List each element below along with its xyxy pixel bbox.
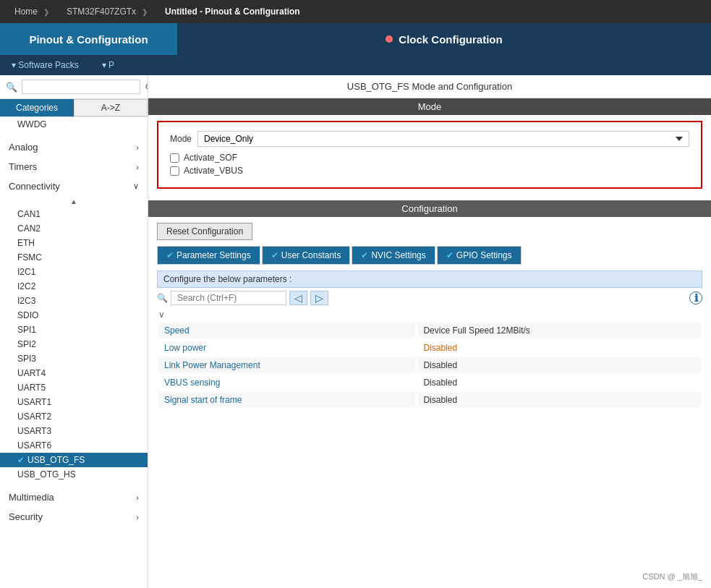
chevron-right-icon: › (136, 143, 139, 152)
sidebar-item-usb-otg-fs[interactable]: ✔ USB_OTG_FS (0, 453, 148, 467)
sidebar-item-eth[interactable]: ETH (0, 236, 148, 250)
main-layout: 🔍 ⚙ Categories A->Z WWDG Analog › Timers… (0, 75, 711, 588)
activate-vbus-row: Activate_VBUS (170, 166, 689, 176)
sub-tab-p[interactable]: ▾ P (90, 55, 126, 75)
params-nav-prev[interactable]: ◁ (289, 291, 307, 305)
reset-config-button[interactable]: Reset Configuration (157, 223, 252, 240)
usb-title: USB_OTG_FS Mode and Configuration (148, 75, 711, 98)
sidebar-search-row: 🔍 ⚙ (0, 75, 148, 99)
param-name-speed: Speed (158, 323, 416, 338)
params-table: Speed Device Full Speed 12MBit/s Low pow… (157, 321, 702, 409)
sidebar-item-uart4[interactable]: UART4 (0, 366, 148, 380)
table-row: Low power Disabled (158, 340, 701, 356)
param-value-link-power: Disabled (417, 357, 701, 373)
breadcrumb-current[interactable]: Untitled - Pinout & Configuration (156, 4, 309, 20)
sidebar-category-connectivity[interactable]: Connectivity ∨ (0, 176, 148, 196)
param-value-low-power: Disabled (417, 340, 701, 356)
params-collapse-chevron[interactable]: ∨ (157, 308, 702, 321)
main-tab-bar: Pinout & Configuration Clock Configurati… (0, 23, 711, 55)
param-name-link-power: Link Power Management (158, 357, 416, 373)
sidebar-item-i2c1[interactable]: I2C1 (0, 265, 148, 279)
param-name-low-power: Low power (158, 340, 416, 356)
params-search-input[interactable] (171, 291, 286, 305)
param-value-speed: Device Full Speed 12MBit/s (417, 323, 701, 338)
param-value-signal-sof: Disabled (417, 392, 701, 408)
sidebar-item-usart1[interactable]: USART1 (0, 395, 148, 409)
activate-vbus-label: Activate_VBUS (184, 166, 243, 176)
sidebar-tab-az[interactable]: A->Z (74, 99, 148, 116)
activate-sof-checkbox[interactable] (170, 153, 179, 163)
sub-tab-software-packs[interactable]: ▾ Software Packs (0, 55, 90, 75)
config-section-header: Configuration (148, 200, 711, 217)
sidebar-item-sdio[interactable]: SDIO (0, 308, 148, 323)
chevron-down-icon: ∨ (133, 182, 139, 191)
info-icon[interactable]: ℹ (689, 291, 702, 304)
tab-nvic-settings[interactable]: ✔ NVIC Settings (352, 246, 435, 265)
params-nav-next[interactable]: ▷ (310, 291, 328, 305)
sidebar-category-timers[interactable]: Timers › (0, 157, 148, 176)
search-icon: 🔍 (6, 82, 17, 93)
activate-sof-label: Activate_SOF (184, 153, 237, 163)
table-row: Link Power Management Disabled (158, 357, 701, 373)
breadcrumb-home[interactable]: Home (6, 4, 58, 20)
tab-user-constants[interactable]: ✔ User Constants (262, 246, 351, 265)
chevron-right-icon: › (136, 513, 139, 521)
tab-parameter-settings[interactable]: ✔ Parameter Settings (157, 246, 260, 265)
sidebar-item-uart5[interactable]: UART5 (0, 380, 148, 395)
param-name-vbus-sensing: VBUS sensing (158, 375, 416, 391)
sidebar-item-usart2[interactable]: USART2 (0, 409, 148, 424)
content-area: USB_OTG_FS Mode and Configuration Mode M… (148, 75, 711, 588)
tab-gpio-settings[interactable]: ✔ GPIO Settings (437, 246, 521, 265)
config-section: Configuration Reset Configuration ✔ Para… (148, 200, 711, 415)
chevron-right-icon: › (136, 493, 139, 502)
sidebar-tab-row: Categories A->Z (0, 99, 148, 117)
sidebar-tab-categories[interactable]: Categories (0, 99, 74, 116)
mode-select[interactable]: Device_Only Host_Only DRD (197, 131, 689, 147)
table-row: Speed Device Full Speed 12MBit/s (158, 323, 701, 338)
params-header: Configure the below parameters : (157, 270, 702, 288)
table-row: VBUS sensing Disabled (158, 375, 701, 391)
search-icon: 🔍 (157, 293, 168, 303)
sidebar-item-usart3[interactable]: USART3 (0, 424, 148, 438)
param-tabs-row: ✔ Parameter Settings ✔ User Constants ✔ … (157, 246, 702, 265)
mode-section: Mode Device_Only Host_Only DRD Activate_… (157, 121, 702, 189)
params-search-row: 🔍 ◁ ▷ ℹ (157, 288, 702, 308)
check-circle-icon: ✔ (271, 250, 278, 260)
sidebar-item-can2[interactable]: CAN2 (0, 221, 148, 236)
sidebar: 🔍 ⚙ Categories A->Z WWDG Analog › Timers… (0, 75, 148, 588)
mode-label: Mode (170, 134, 192, 144)
sidebar-item-wwdg[interactable]: WWDG (0, 117, 148, 132)
tab-pinout[interactable]: Pinout & Configuration (0, 23, 177, 55)
sub-tab-bar: ▾ Software Packs ▾ P (0, 55, 711, 75)
sidebar-category-analog[interactable]: Analog › (0, 137, 148, 157)
sidebar-category-security[interactable]: Security › (0, 507, 148, 527)
check-circle-icon: ✔ (166, 250, 174, 260)
check-icon: ✔ (17, 455, 25, 465)
check-circle-icon: ✔ (446, 250, 454, 260)
scroll-up-arrow[interactable]: ▲ (0, 196, 148, 207)
param-value-vbus-sensing: Disabled (417, 375, 701, 391)
search-input[interactable] (22, 80, 140, 94)
sidebar-item-usb-otg-hs[interactable]: USB_OTG_HS (0, 467, 148, 482)
sidebar-item-spi3[interactable]: SPI3 (0, 351, 148, 366)
mode-row: Mode Device_Only Host_Only DRD (170, 131, 689, 147)
sidebar-item-usart6[interactable]: USART6 (0, 438, 148, 453)
param-name-signal-sof: Signal start of frame (158, 392, 416, 408)
mode-section-header: Mode (148, 98, 711, 115)
tab-clock[interactable]: Clock Configuration (177, 23, 711, 55)
sidebar-item-can1[interactable]: CAN1 (0, 207, 148, 221)
config-body: Reset Configuration ✔ Parameter Settings… (148, 217, 711, 415)
breadcrumb: Home STM32F407ZGTx Untitled - Pinout & C… (0, 0, 711, 23)
sidebar-category-multimedia[interactable]: Multimedia › (0, 487, 148, 507)
activate-sof-row: Activate_SOF (170, 153, 689, 163)
sidebar-item-i2c3[interactable]: I2C3 (0, 294, 148, 308)
breadcrumb-device[interactable]: STM32F407ZGTx (58, 4, 156, 20)
sidebar-item-fsmc[interactable]: FSMC (0, 250, 148, 265)
sidebar-item-spi1[interactable]: SPI1 (0, 323, 148, 337)
table-row: Signal start of frame Disabled (158, 392, 701, 408)
sidebar-item-spi2[interactable]: SPI2 (0, 337, 148, 351)
check-circle-icon: ✔ (361, 250, 368, 260)
sidebar-item-i2c2[interactable]: I2C2 (0, 279, 148, 294)
activate-vbus-checkbox[interactable] (170, 166, 179, 176)
watermark: CSDN @ _旭旭_ (642, 571, 702, 582)
